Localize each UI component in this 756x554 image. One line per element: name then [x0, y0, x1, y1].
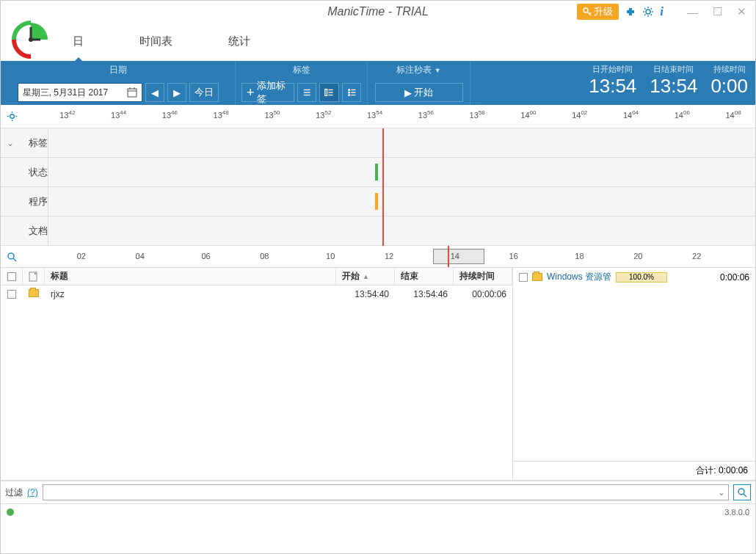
total-row: 合计: 0:00:06: [513, 461, 755, 480]
date-input[interactable]: 星期三, 5月31日 2017: [18, 83, 142, 102]
minimize-button[interactable]: —: [683, 6, 702, 18]
svg-point-24: [348, 90, 349, 91]
row-label-program: 程序: [1, 187, 48, 216]
svg-line-8: [644, 15, 646, 16]
row-title: rjxz: [45, 289, 336, 299]
summary-row[interactable]: Windows 资源管 100.0% 0:00:06: [513, 268, 755, 286]
svg-point-12: [29, 37, 33, 42]
timeline: 1342 1344 1346 1348 1350 1352 1354 1356 …: [1, 105, 755, 268]
hour-ruler: 02 04 06 08 10 12 14 16 18 20 22: [1, 246, 755, 268]
row-label-tags: 标签: [1, 128, 48, 157]
ruler-search-icon[interactable]: [1, 252, 23, 262]
header-checkbox[interactable]: [1, 268, 23, 285]
timeline-row-tags[interactable]: ⌄ 标签: [1, 128, 755, 158]
close-button[interactable]: ✕: [733, 5, 751, 18]
header-duration[interactable]: 持续时间: [454, 268, 512, 285]
timeline-row-program[interactable]: 程序: [1, 187, 755, 216]
svg-line-7: [651, 15, 653, 16]
play-icon: ▶: [404, 87, 412, 98]
version-label: 3.8.0.0: [724, 508, 749, 517]
header-end[interactable]: 结束: [395, 268, 454, 285]
day-end-value: 13:54: [650, 75, 697, 98]
duration-label: 持续时间: [710, 64, 748, 75]
plugin-icon[interactable]: [625, 6, 636, 18]
summary-duration: 0:00:06: [720, 272, 749, 283]
selection-region[interactable]: [433, 249, 484, 264]
summary-app: Windows 资源管: [547, 271, 611, 283]
summary-icon: [532, 273, 542, 281]
ruler-now-line: [448, 246, 449, 267]
header-title[interactable]: 标题: [45, 268, 336, 285]
program-mark: [375, 193, 378, 210]
row-start: 13:54:40: [336, 289, 395, 299]
stopwatch-label: 标注秒表 ▼: [396, 64, 440, 76]
total-value: 0:00:06: [719, 465, 748, 475]
timeline-settings-icon[interactable]: [1, 111, 23, 122]
svg-rect-13: [128, 89, 137, 97]
tab-schedule[interactable]: 时间表: [134, 30, 178, 53]
calendar-icon[interactable]: [127, 87, 137, 98]
maximize-button[interactable]: ☐: [708, 5, 727, 18]
filter-input[interactable]: ⌄: [43, 484, 729, 500]
filter-help[interactable]: (?): [27, 487, 38, 497]
svg-line-6: [644, 8, 646, 10]
total-label: 合计:: [696, 465, 716, 475]
tag-section: 标签 + 添加标签: [236, 61, 368, 105]
grid-header: 标题 开始▲ 结束 持续时间: [1, 268, 512, 285]
header-icon: [23, 268, 45, 285]
svg-line-36: [13, 258, 16, 261]
row-label-document: 文档: [1, 216, 48, 245]
tab-day[interactable]: 日: [67, 30, 90, 53]
summary-checkbox[interactable]: [519, 273, 528, 282]
filter-label: 过滤: [5, 486, 23, 499]
minute-ticks: 1342 1344 1346 1348 1350 1352 1354 1356 …: [23, 105, 755, 128]
dropdown-icon[interactable]: ⌄: [718, 487, 725, 497]
svg-point-1: [646, 10, 650, 14]
svg-point-30: [10, 114, 15, 119]
current-time-line: [382, 128, 384, 246]
day-duration: 持续时间 0:00: [710, 64, 748, 98]
row-end: 13:54:46: [395, 289, 454, 299]
svg-point-35: [8, 253, 14, 259]
row-checkbox[interactable]: [1, 290, 23, 299]
status-indicator: [7, 509, 14, 516]
next-day-button[interactable]: ▶: [167, 83, 186, 102]
filter-search-button[interactable]: [733, 484, 751, 500]
settings-icon[interactable]: [642, 6, 654, 18]
upgrade-label: 升级: [594, 5, 613, 18]
timeline-row-document[interactable]: 文档: [1, 216, 755, 246]
title-bar: ManicTime - TRIAL 升级 i — ☐ ✕: [1, 1, 755, 23]
timeline-row-state[interactable]: 状态: [1, 158, 755, 187]
view-compact-button[interactable]: [342, 83, 361, 102]
info-icon[interactable]: i: [660, 4, 664, 19]
prev-day-button[interactable]: ◀: [145, 83, 164, 102]
view-list-button[interactable]: [297, 83, 316, 102]
view-detail-button[interactable]: [319, 83, 338, 102]
header-start[interactable]: 开始▲: [336, 268, 395, 285]
svg-line-39: [744, 494, 746, 497]
tab-stats[interactable]: 统计: [222, 30, 256, 53]
today-button[interactable]: 今日: [189, 83, 219, 102]
svg-line-9: [651, 8, 653, 10]
add-tag-label: 添加标签: [257, 79, 289, 106]
content-area: 标题 开始▲ 结束 持续时间 rjxz 13:54:40 13:54:46 00…: [1, 268, 755, 481]
row-icon: [23, 289, 45, 299]
date-section: 日期 星期三, 5月31日 2017 ◀ ▶ 今日: [1, 61, 236, 105]
day-end-label: 日结束时间: [650, 64, 697, 75]
window-title: ManicTime - TRIAL: [327, 5, 429, 18]
progress-bar: 100.0%: [616, 272, 667, 283]
activity-row[interactable]: rjxz 13:54:40 13:54:46 00:00:06: [1, 285, 512, 303]
svg-point-26: [348, 95, 349, 96]
row-duration: 00:00:06: [454, 289, 512, 299]
add-tag-button[interactable]: + 添加标签: [241, 83, 294, 102]
upgrade-button[interactable]: 升级: [577, 4, 619, 20]
activity-list: 标题 开始▲ 结束 持续时间 rjxz 13:54:40 13:54:46 00…: [1, 268, 513, 480]
time-section: 日开始时间 13:54 日结束时间 13:54 持续时间 0:00: [581, 61, 755, 105]
state-mark: [375, 164, 378, 181]
hour-ticks[interactable]: 02 04 06 08 10 12 14 16 18 20 22: [23, 246, 755, 267]
plus-icon: +: [247, 85, 255, 101]
title-right: 升级 i — ☐ ✕: [577, 4, 755, 20]
start-button[interactable]: ▶ 开始: [375, 83, 463, 102]
toolbar: 日期 星期三, 5月31日 2017 ◀ ▶ 今日 标签 + 添加标签: [1, 61, 755, 105]
tag-label: 标签: [293, 64, 310, 76]
